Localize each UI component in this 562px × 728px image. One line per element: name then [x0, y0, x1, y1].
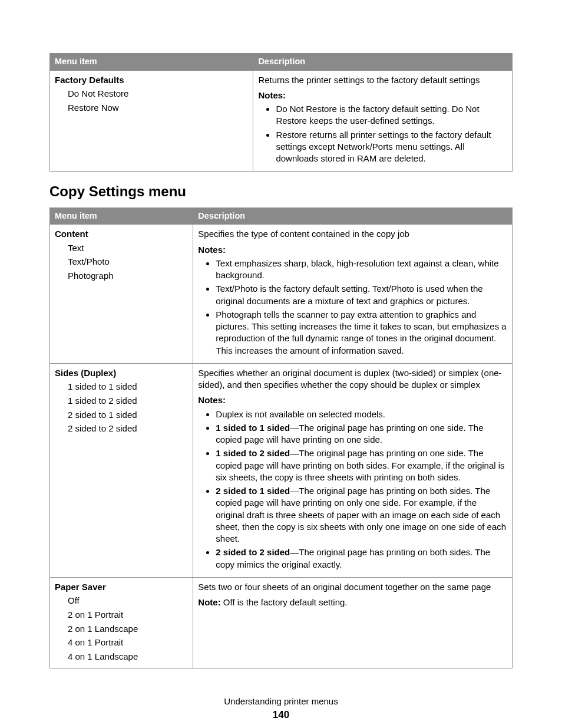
- note-item: Photograph tells the scanner to pay extr…: [216, 309, 507, 357]
- table-row: Factory Defaults Do Not Restore Restore …: [50, 70, 513, 172]
- note-item: Restore returns all printer settings to …: [276, 129, 507, 165]
- table-row: Content Text Text/Photo Photograph Speci…: [50, 225, 513, 364]
- col-header-menu: Menu item: [50, 54, 253, 71]
- menu-item-option: 1 sided to 1 sided: [55, 380, 188, 393]
- table-factory-defaults: Menu item Description Factory Defaults D…: [49, 53, 513, 172]
- note-item: 2 sided to 1 sided—The original page has…: [216, 485, 507, 545]
- menu-item-title: Factory Defaults: [55, 74, 248, 86]
- menu-item-option: Restore Now: [55, 101, 248, 114]
- table-copy-settings: Menu item Description Content Text Text/…: [49, 207, 513, 668]
- section-heading: Copy Settings menu: [49, 182, 513, 201]
- footer-section-title: Understanding printer menus: [49, 696, 513, 707]
- menu-item-option: 1 sided to 2 sided: [55, 394, 188, 407]
- menu-item-option: 4 on 1 Landscape: [55, 650, 188, 663]
- menu-item-option: Do Not Restore: [55, 87, 248, 100]
- note-item: 1 sided to 2 sided—The original page has…: [216, 447, 507, 483]
- notes-list: Do Not Restore is the factory default se…: [258, 103, 507, 164]
- note-item: 1 sided to 1 sided—The original page has…: [216, 422, 507, 446]
- page-number: 140: [49, 709, 513, 722]
- menu-item-option: 2 on 1 Landscape: [55, 622, 188, 635]
- menu-item-option: Off: [55, 594, 188, 607]
- notes-list: Duplex is not available on selected mode…: [198, 409, 507, 571]
- note-item: 2 sided to 2 sided—The original page has…: [216, 546, 507, 571]
- col-header-menu: Menu item: [50, 207, 193, 225]
- table-row: Sides (Duplex) 1 sided to 1 sided 1 side…: [50, 363, 513, 577]
- notes-label: Notes:: [258, 90, 507, 101]
- note-item: Text/Photo is the factory default settin…: [216, 283, 507, 307]
- menu-item-option: 2 sided to 1 sided: [55, 409, 188, 421]
- description-text: Sets two or four sheets of an original d…: [198, 581, 507, 593]
- col-header-desc: Description: [253, 54, 513, 71]
- menu-item-option: Photograph: [55, 269, 188, 282]
- menu-item-option: 2 on 1 Portrait: [55, 608, 188, 621]
- note-line: Note: Off is the factory default setting…: [198, 597, 507, 608]
- col-header-desc: Description: [193, 207, 513, 225]
- description-text: Specifies whether an original document i…: [198, 367, 507, 391]
- menu-item-title: Content: [55, 228, 188, 240]
- description-text: Specifies the type of content contained …: [198, 228, 507, 240]
- notes-label: Notes:: [198, 244, 507, 256]
- menu-item-option: 4 on 1 Portrait: [55, 636, 188, 649]
- note-item: Do Not Restore is the factory default se…: [276, 103, 507, 127]
- notes-list: Text emphasizes sharp, black, high-resol…: [198, 258, 507, 357]
- menu-item-option: Text/Photo: [55, 255, 188, 268]
- page-footer: Understanding printer menus 140: [49, 696, 513, 722]
- menu-item-option: 2 sided to 2 sided: [55, 422, 188, 435]
- menu-item-option: Text: [55, 242, 188, 255]
- note-item: Duplex is not available on selected mode…: [216, 409, 507, 420]
- menu-item-title: Sides (Duplex): [55, 367, 188, 379]
- table-row: Paper Saver Off 2 on 1 Portrait 2 on 1 L…: [50, 577, 513, 668]
- menu-item-title: Paper Saver: [55, 581, 188, 593]
- note-item: Text emphasizes sharp, black, high-resol…: [216, 258, 507, 282]
- notes-label: Notes:: [198, 394, 507, 406]
- description-text: Returns the printer settings to the fact…: [258, 74, 507, 86]
